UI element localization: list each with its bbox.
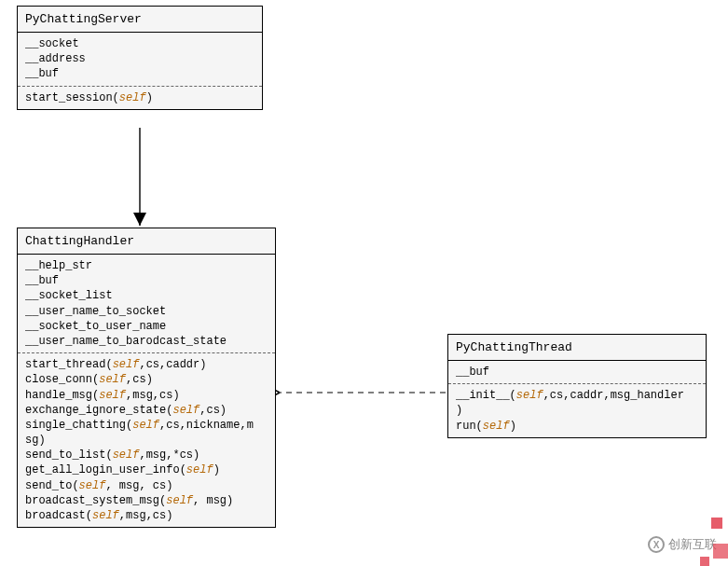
class-title: PyChattingServer [18, 7, 262, 33]
method: ) [456, 403, 698, 418]
method: run(self) [456, 419, 698, 434]
attrs-section: __socket __address __buf [18, 33, 262, 87]
method: send_to(self, msg, cs) [25, 478, 268, 493]
attr: __buf [25, 66, 254, 81]
methods-section: __init__(self,cs,caddr,msg_handler ) run… [448, 384, 706, 437]
watermark-label: 创新互联 [668, 536, 717, 553]
methods-section: start_thread(self,cs,caddr) close_conn(s… [18, 353, 275, 527]
method: send_to_list(self,msg,*cs) [25, 448, 268, 462]
attr: __buf [456, 365, 698, 380]
attr: __socket [25, 36, 254, 51]
attr: __buf [25, 273, 268, 288]
attrs-section: __buf [448, 361, 706, 384]
attr: __help_str [25, 258, 268, 273]
attr: __socket_to_user_name [25, 319, 268, 334]
method: start_session(self) [25, 90, 254, 105]
method: get_all_login_user_info(self) [25, 462, 268, 477]
methods-section: start_session(self) [18, 87, 262, 109]
method: handle_msg(self,msg,cs) [25, 388, 268, 403]
method: broadcast_system_msg(self, msg) [25, 493, 268, 508]
attr: __user_name_to_socket [25, 304, 268, 319]
method: __init__(self,cs,caddr,msg_handler [456, 388, 698, 403]
fade-overlay [392, 512, 728, 538]
watermark-logo-icon: X [648, 536, 665, 553]
method: close_conn(self,cs) [25, 372, 268, 387]
watermark: X 创新互联 [648, 536, 717, 553]
method: single_chatting(self,cs,nickname,m [25, 418, 268, 433]
class-pychattingserver: PyChattingServer __socket __address __bu… [17, 6, 263, 110]
attr: __user_name_to_barodcast_state [25, 334, 268, 349]
attr: __address [25, 51, 254, 66]
method: exchange_ignore_state(self,cs) [25, 403, 268, 418]
method: sg) [25, 433, 268, 448]
attrs-section: __help_str __buf __socket_list __user_na… [18, 255, 275, 353]
method: broadcast(self,msg,cs) [25, 508, 268, 523]
class-chattinghandler: ChattingHandler __help_str __buf __socke… [17, 228, 276, 528]
attr: __socket_list [25, 288, 268, 303]
class-pychattingthread: PyChattingThread __buf __init__(self,cs,… [447, 334, 707, 438]
method: start_thread(self,cs,caddr) [25, 357, 268, 372]
class-title: PyChattingThread [448, 335, 706, 361]
class-title: ChattingHandler [18, 228, 275, 255]
